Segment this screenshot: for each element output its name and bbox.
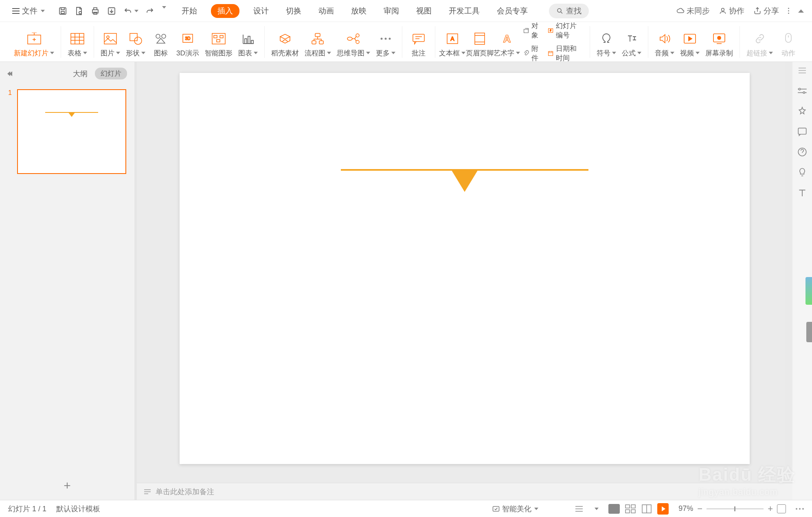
save-icon[interactable]	[58, 6, 68, 16]
chart-button[interactable]: 图表	[238, 31, 258, 58]
text-icon[interactable]	[797, 187, 808, 198]
search-label: 查找	[566, 6, 582, 16]
video-label: 视频	[680, 48, 694, 58]
print-preview-icon[interactable]	[74, 6, 84, 16]
slide-canvas[interactable]	[180, 73, 750, 464]
more-status-icon[interactable]	[796, 508, 804, 510]
zoom-slider[interactable]	[707, 508, 764, 509]
attach-button[interactable]: 附件	[523, 44, 542, 63]
image-button[interactable]: 图片	[101, 31, 120, 58]
ribbon-tabs: 开始 插入 设计 切换 动画 放映 审阅 视图 开发工具 会员专享 查找	[178, 3, 589, 19]
caret-down-icon[interactable]	[162, 6, 166, 9]
chat-icon[interactable]	[797, 126, 808, 137]
smartart-label: 智能图形	[205, 48, 233, 58]
svg-rect-43	[549, 51, 553, 55]
caret-down-icon	[41, 10, 45, 12]
more-button[interactable]: 更多	[376, 31, 395, 58]
hyperlink-button[interactable]: 超链接	[746, 31, 773, 58]
svg-point-32	[380, 37, 382, 40]
thumbnail-panel: 大纲 幻灯片 1 +	[0, 62, 134, 500]
slideshow-button[interactable]	[657, 503, 669, 515]
settings-icon[interactable]	[797, 86, 808, 96]
notes-bar[interactable]: 单击此处添加备注	[137, 483, 792, 500]
svg-point-8	[722, 8, 724, 11]
list-view-icon[interactable]	[574, 505, 584, 513]
outline-tab[interactable]: 大纲	[73, 69, 88, 79]
file-menu[interactable]: 文件	[8, 4, 49, 18]
slides-tab[interactable]: 幻灯片	[95, 68, 127, 79]
action-button[interactable]: 动作	[779, 31, 798, 58]
chart-label: 图表	[238, 48, 252, 58]
share-button[interactable]: 分享	[753, 6, 779, 16]
slide-thumbnail-1[interactable]	[17, 89, 126, 174]
more-menu-icon[interactable]	[788, 8, 789, 14]
collapse-panel-icon[interactable]	[7, 71, 10, 76]
new-slide-button[interactable]: 新建幻灯片	[14, 31, 54, 58]
object-button[interactable]: 对象	[523, 21, 542, 40]
bulb-icon[interactable]	[797, 167, 808, 178]
zoom-in-button[interactable]: +	[768, 504, 773, 514]
symbol-button[interactable]: 符号	[597, 31, 616, 58]
sync-button[interactable]: 未同步	[676, 6, 710, 16]
tab-slideshow[interactable]: 放映	[348, 3, 370, 19]
drag-handle-icon[interactable]	[799, 68, 806, 73]
right-dock-tab-2[interactable]	[806, 322, 812, 342]
tab-transition[interactable]: 切换	[283, 3, 305, 19]
datetime-button[interactable]: 日期和时间	[548, 44, 583, 63]
help-icon[interactable]	[797, 147, 808, 157]
table-button[interactable]: 表格	[68, 31, 87, 58]
comment-button[interactable]: 批注	[409, 31, 428, 58]
caret-down-icon[interactable]	[595, 508, 599, 510]
mindmap-button[interactable]: 思维导图	[337, 31, 370, 58]
star-sparkle-icon[interactable]	[797, 106, 808, 117]
beautify-button[interactable]: 智能美化	[492, 504, 538, 514]
svg-rect-55	[631, 510, 635, 513]
fit-window-button[interactable]	[777, 504, 786, 513]
tab-insert[interactable]: 插入	[211, 4, 239, 18]
add-slide-button[interactable]: +	[0, 471, 134, 500]
slide-triangle-shape[interactable]	[451, 169, 478, 192]
redo-button[interactable]	[145, 6, 155, 16]
doke-button[interactable]: 稻壳素材	[271, 31, 299, 58]
export-icon[interactable]	[107, 6, 116, 16]
shape-button[interactable]: 形状	[126, 31, 145, 58]
tab-animation[interactable]: 动画	[315, 3, 337, 19]
tab-home[interactable]: 开始	[178, 3, 200, 19]
slidenum-button[interactable]: # 幻灯片编号	[548, 21, 583, 40]
svg-rect-35	[413, 34, 424, 42]
shape-label: 形状	[126, 48, 140, 58]
caret-down-icon	[134, 10, 138, 12]
tab-review[interactable]: 审阅	[380, 3, 402, 19]
textbox-button[interactable]: A 文本框	[442, 31, 463, 58]
sorter-view-button[interactable]	[625, 504, 636, 514]
tab-design[interactable]: 设计	[250, 3, 272, 19]
file-menu-label: 文件	[22, 6, 37, 16]
tab-devtools[interactable]: 开发工具	[446, 3, 483, 19]
header-footer-button[interactable]: 页眉页脚	[469, 31, 491, 58]
search-button[interactable]: 查找	[549, 4, 589, 18]
wordart-button[interactable]: A 艺术字	[496, 31, 518, 58]
collab-button[interactable]: 协作	[719, 6, 744, 16]
search-icon	[556, 7, 564, 15]
print-icon[interactable]	[90, 6, 100, 16]
formula-button[interactable]: 公式	[622, 31, 641, 58]
reading-view-button[interactable]	[641, 504, 652, 514]
icon-button[interactable]: 图标	[151, 31, 171, 58]
screenrec-button[interactable]: 屏幕录制	[705, 31, 733, 58]
smartart-button[interactable]: 智能图形	[205, 31, 233, 58]
vertical-scrollbar[interactable]	[785, 62, 792, 466]
svg-rect-11	[104, 33, 116, 44]
flowchart-button[interactable]: 流程图	[305, 31, 331, 58]
svg-rect-53	[631, 505, 635, 508]
tab-view[interactable]: 视图	[413, 3, 435, 19]
collapse-ribbon-icon[interactable]	[798, 9, 804, 13]
normal-view-button[interactable]	[608, 504, 620, 514]
undo-button[interactable]	[123, 6, 138, 16]
tab-member[interactable]: 会员专享	[494, 3, 531, 19]
right-dock-tab-1[interactable]	[805, 277, 812, 305]
table-label: 表格	[68, 48, 81, 58]
zoom-out-button[interactable]: −	[697, 504, 702, 514]
audio-button[interactable]: 音频	[655, 31, 674, 58]
3d-button[interactable]: 3D 3D演示	[176, 31, 199, 58]
video-button[interactable]: 视频	[680, 31, 700, 58]
